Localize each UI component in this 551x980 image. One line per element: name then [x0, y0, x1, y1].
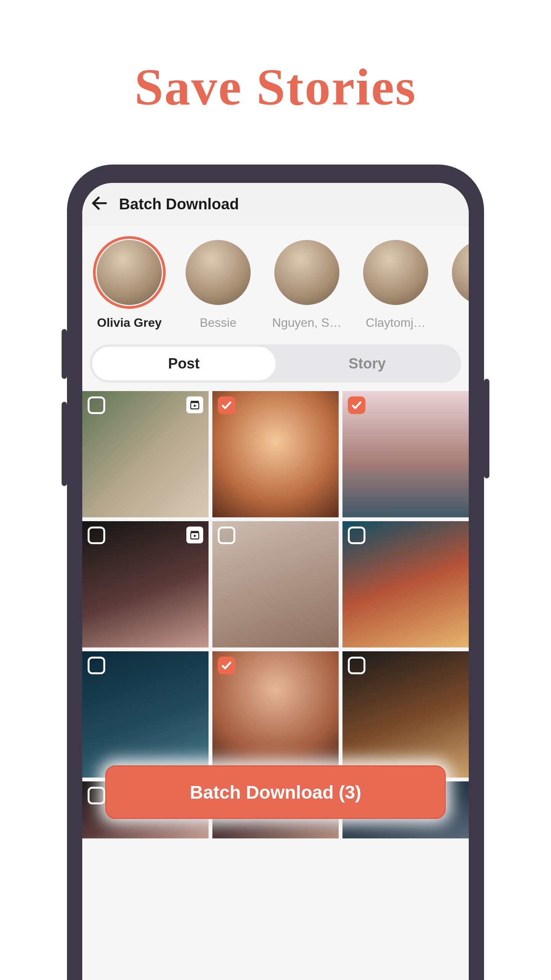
avatar[interactable] — [93, 236, 166, 309]
tab-post[interactable]: Post — [92, 347, 276, 380]
story-item[interactable]: Claytomj… — [359, 236, 432, 330]
tab-story[interactable]: Story — [276, 347, 459, 380]
story-item[interactable]: Bessie — [182, 236, 254, 330]
checkbox-icon[interactable] — [348, 657, 365, 674]
checkbox-checked-icon[interactable] — [218, 657, 235, 674]
reel-icon — [186, 396, 203, 413]
story-label: Nguyen, S… — [272, 316, 341, 330]
svg-rect-5 — [191, 531, 199, 533]
phone-side-button — [484, 379, 489, 478]
grid-cell[interactable] — [82, 651, 209, 778]
checkbox-icon[interactable] — [88, 396, 105, 414]
promo-title: Save Stories — [0, 57, 551, 117]
checkbox-icon[interactable] — [88, 657, 105, 674]
tab-bar: PostStory — [90, 344, 461, 383]
avatar-image — [452, 240, 469, 305]
phone-frame: Batch Download Olivia GreyBessieNguyen, … — [67, 165, 484, 980]
avatar-image — [363, 240, 428, 305]
grid-cell[interactable] — [342, 651, 469, 778]
story-label: Bessie — [200, 316, 236, 330]
story-item[interactable]: Nguyen, S… — [271, 236, 343, 330]
grid-cell[interactable] — [212, 651, 339, 778]
svg-marker-6 — [194, 535, 197, 537]
avatar-image — [97, 240, 162, 305]
avatar[interactable] — [359, 236, 432, 309]
story-label: Olivia Grey — [97, 316, 162, 330]
phone-side-button — [62, 329, 67, 379]
grid-cell[interactable] — [82, 391, 209, 517]
avatar[interactable] — [271, 236, 343, 309]
batch-download-label: Batch Download (3) — [190, 782, 361, 803]
svg-rect-2 — [191, 401, 199, 403]
svg-marker-3 — [194, 404, 197, 407]
app-header: Batch Download — [82, 183, 469, 225]
checkbox-checked-icon[interactable] — [348, 396, 365, 414]
story-item[interactable]: Cla — [448, 236, 469, 330]
page-title: Batch Download — [119, 196, 239, 213]
checkbox-icon[interactable] — [348, 527, 365, 544]
avatar[interactable] — [448, 236, 469, 309]
grid-cell[interactable] — [342, 391, 469, 517]
avatar-image — [274, 240, 339, 305]
stories-row[interactable]: Olivia GreyBessieNguyen, S…Claytomj…Cla — [82, 225, 469, 334]
checkbox-checked-icon[interactable] — [218, 396, 235, 414]
back-arrow-icon[interactable] — [90, 194, 109, 214]
phone-side-button — [62, 402, 67, 486]
reel-icon — [186, 527, 203, 543]
grid-cell[interactable] — [342, 521, 469, 647]
app-screen: Batch Download Olivia GreyBessieNguyen, … — [82, 183, 469, 980]
checkbox-icon[interactable] — [218, 527, 235, 544]
checkbox-icon[interactable] — [88, 787, 105, 804]
story-label: Claytomj… — [366, 316, 425, 330]
story-item[interactable]: Olivia Grey — [93, 236, 166, 330]
grid-cell[interactable] — [212, 391, 339, 517]
avatar-image — [186, 240, 251, 305]
checkbox-icon[interactable] — [88, 527, 105, 544]
grid-cell[interactable] — [82, 521, 209, 647]
avatar[interactable] — [182, 236, 254, 309]
grid-cell[interactable] — [212, 521, 339, 647]
batch-download-button[interactable]: Batch Download (3) — [105, 765, 446, 819]
